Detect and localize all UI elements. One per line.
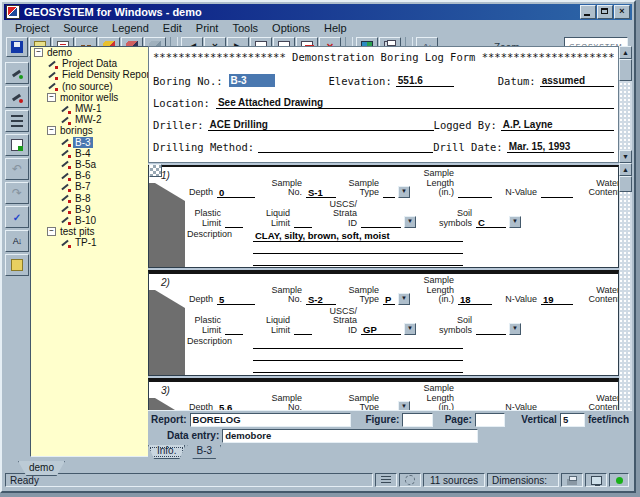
menu-help[interactable]: Help	[317, 22, 354, 34]
strata-id-field[interactable]: GP	[361, 324, 401, 335]
tree-item-mw-2[interactable]: MW-2	[31, 114, 149, 125]
tree-item-label[interactable]: (no source)	[60, 81, 115, 92]
tree-item-label[interactable]: B-7	[73, 181, 93, 192]
scroll-down-icon[interactable]	[619, 150, 632, 163]
tree-item-b-3[interactable]: B-3	[31, 137, 149, 148]
scroll-up-icon[interactable]	[619, 46, 632, 59]
sort-az-button[interactable]	[5, 230, 29, 252]
tree-item-b-10[interactable]: B-10	[31, 215, 149, 226]
sample-no-field[interactable]: S-2	[306, 294, 336, 305]
liquid-limit-field[interactable]	[294, 324, 312, 335]
scrollbar-thumb[interactable]	[619, 176, 632, 192]
soil-symbols-field[interactable]: C	[476, 217, 506, 228]
tree-item-label[interactable]: B-5a	[73, 159, 98, 170]
description-line[interactable]: CLAY, silty, brown, soft, moist	[253, 230, 463, 242]
tree-item-label[interactable]: B-4	[73, 148, 93, 159]
verify-button[interactable]: ✓	[5, 206, 29, 228]
description-line[interactable]	[253, 242, 463, 254]
expander-minus-icon[interactable]	[34, 48, 43, 57]
graph-button[interactable]	[5, 134, 29, 156]
boring-no-field[interactable]: B-3	[229, 74, 275, 87]
tree-item-label[interactable]: MW-2	[73, 114, 103, 125]
soil-symbols-dropdown[interactable]	[509, 323, 521, 335]
description-line[interactable]	[253, 349, 463, 361]
display-status-button[interactable]	[585, 473, 607, 487]
tree-item-demo[interactable]: demo	[31, 47, 149, 58]
tree-item-b-6[interactable]: B-6	[31, 170, 149, 181]
tree-item-label[interactable]: B-9	[73, 204, 93, 215]
tab-info[interactable]: Info.	[148, 445, 185, 459]
page-input[interactable]	[475, 413, 505, 427]
tree-item-b-5a[interactable]: B-5a	[31, 159, 149, 170]
tree-item-test-pits[interactable]: test pits	[31, 226, 149, 237]
expander-minus-icon[interactable]	[47, 227, 56, 236]
location-field[interactable]: See Attached Drawing	[216, 96, 614, 109]
tree-item-label[interactable]: test pits	[58, 226, 96, 237]
tree-item-b-7[interactable]: B-7	[31, 181, 149, 192]
description-line[interactable]	[253, 337, 463, 349]
logged-by-field[interactable]: A.P. Layne	[501, 118, 614, 131]
sample-type-dropdown[interactable]	[398, 186, 410, 198]
menu-project[interactable]: Project	[8, 22, 56, 34]
export-button[interactable]	[5, 254, 29, 276]
sample-type-dropdown[interactable]	[398, 293, 410, 305]
figure-input[interactable]	[402, 413, 432, 427]
description-line[interactable]	[253, 361, 463, 373]
strata-id-dropdown[interactable]	[404, 216, 416, 228]
sample-length-field[interactable]	[458, 187, 492, 198]
tree-item-label[interactable]: monitor wells	[58, 92, 120, 103]
menu-edit[interactable]: Edit	[156, 22, 189, 34]
tree-item-tp-1[interactable]: TP-1	[31, 237, 149, 248]
tree-item-monitor-wells[interactable]: monitor wells	[31, 92, 149, 103]
scrollbar-thumb[interactable]	[619, 59, 632, 81]
strata-id-field[interactable]	[361, 217, 401, 228]
menu-print[interactable]: Print	[189, 22, 226, 34]
plastic-limit-field[interactable]	[225, 324, 243, 335]
grid-button[interactable]	[149, 164, 162, 177]
depth-field[interactable]: 0	[217, 187, 255, 198]
tree-item-label[interactable]: TP-1	[73, 237, 99, 248]
minimize-button[interactable]	[580, 5, 596, 19]
depth-field[interactable]: 5	[217, 294, 255, 305]
description-line[interactable]	[253, 254, 463, 266]
sample-length-field[interactable]: 18	[458, 294, 492, 305]
expander-minus-icon[interactable]	[47, 126, 56, 135]
data-entry-input[interactable]: demobore	[222, 429, 478, 443]
sample-no-field[interactable]: S-1	[306, 187, 336, 198]
strata-id-dropdown[interactable]	[404, 323, 416, 335]
plastic-limit-field[interactable]	[225, 217, 243, 228]
n-value-field[interactable]: 19	[541, 294, 573, 305]
tree-item-field-density-reports[interactable]: Field Density Reports	[31, 69, 149, 80]
sample-type-field[interactable]	[383, 187, 395, 198]
drilling-method-field[interactable]	[258, 140, 433, 153]
soil-symbols-field[interactable]	[476, 324, 506, 335]
menu-options[interactable]: Options	[265, 22, 317, 34]
soil-symbols-dropdown[interactable]	[509, 216, 521, 228]
tree-item-label[interactable]: B-8	[73, 193, 93, 204]
tree-item-label[interactable]: B-6	[73, 170, 93, 181]
liquid-limit-field[interactable]	[294, 217, 312, 228]
close-button[interactable]	[614, 5, 630, 19]
tree-item-project-data[interactable]: Project Data	[31, 58, 149, 69]
sample-type-field[interactable]: P	[383, 294, 395, 305]
header-scrollbar[interactable]	[619, 46, 632, 163]
expander-minus-icon[interactable]	[47, 93, 56, 102]
n-value-field[interactable]	[541, 187, 573, 198]
menu-source[interactable]: Source	[56, 22, 105, 34]
description-field[interactable]	[253, 337, 463, 373]
tree-item-label[interactable]: MW-1	[73, 103, 103, 114]
printer-status-button[interactable]	[561, 473, 583, 487]
remove-source-button[interactable]	[5, 86, 29, 108]
tree-item-label[interactable]: demo	[45, 47, 74, 58]
tree-item-label[interactable]: B-10	[73, 215, 98, 226]
datum-field[interactable]: assumed	[540, 74, 614, 87]
drill-date-field[interactable]: Mar. 15, 1993	[507, 140, 614, 153]
list-toggle-button[interactable]	[375, 473, 397, 487]
tree-item-borings[interactable]: borings	[31, 125, 149, 136]
driller-field[interactable]: ACE Drilling	[208, 118, 434, 131]
tree-item-b-4[interactable]: B-4	[31, 148, 149, 159]
menu-tools[interactable]: Tools	[225, 22, 265, 34]
refresh-toggle-button[interactable]	[399, 473, 421, 487]
save-button[interactable]	[6, 37, 28, 57]
tree-item-label[interactable]: B-3	[73, 137, 93, 148]
